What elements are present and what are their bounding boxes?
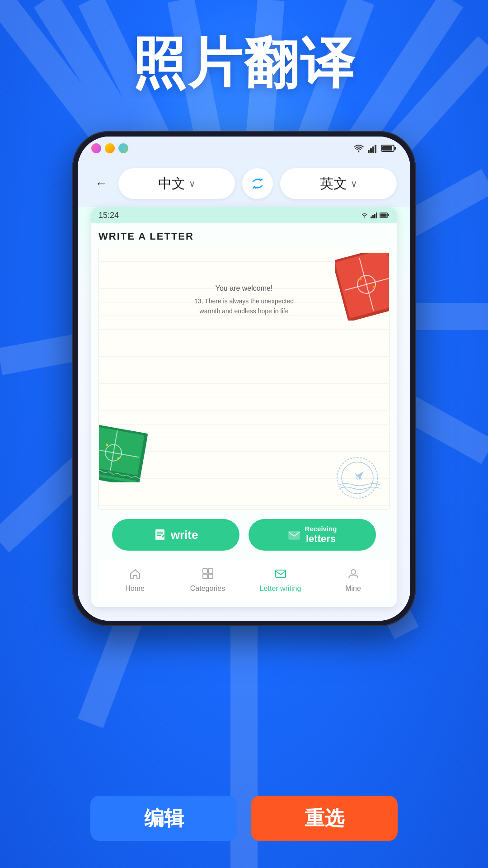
bottom-nav: Home (99, 560, 389, 600)
svg-point-44 (389, 298, 389, 302)
back-button[interactable]: ← (91, 174, 111, 193)
translation-bar: ← 中文 ∨ 英文 ∨ (78, 160, 410, 207)
inner-phone-screenshot: 15:24 (91, 207, 397, 607)
svg-rect-64 (276, 570, 286, 577)
target-lang-chevron: ∨ (351, 178, 357, 189)
target-lang-label: 英文 (320, 175, 347, 193)
svg-rect-59 (289, 531, 300, 539)
mail-icon (288, 528, 300, 541)
svg-rect-24 (372, 215, 374, 218)
inner-status-bar: 15:24 (91, 207, 397, 223)
svg-point-39 (389, 271, 389, 274)
svg-rect-25 (374, 214, 375, 218)
action-buttons-row: write Receiving letters (99, 510, 389, 560)
svg-rect-55 (155, 529, 164, 540)
svg-rect-18 (372, 146, 374, 153)
mine-icon (345, 566, 361, 582)
app-icon-1 (91, 143, 101, 153)
svg-rect-19 (375, 145, 376, 153)
svg-rect-23 (371, 217, 372, 218)
battery-icon (381, 144, 397, 152)
svg-point-42 (389, 287, 389, 291)
inner-battery-icon (380, 212, 389, 218)
source-lang-chevron: ∨ (189, 178, 196, 189)
letter-content-area: WRITE A LETTER (91, 223, 397, 607)
inner-wifi-icon (361, 212, 369, 218)
source-lang-label: 中文 (158, 175, 185, 193)
receiving-letters-button[interactable]: Receiving letters (249, 519, 376, 551)
svg-rect-26 (376, 212, 377, 218)
status-icons-right (352, 144, 397, 153)
svg-rect-63 (208, 574, 213, 579)
svg-point-38 (389, 265, 389, 269)
inner-signal-icon (371, 212, 378, 218)
svg-point-53 (337, 458, 378, 498)
svg-rect-16 (368, 150, 370, 153)
wifi-icon (352, 144, 365, 153)
deco-green-court (99, 424, 153, 482)
signal-icon (368, 144, 379, 153)
swap-language-button[interactable] (242, 168, 273, 199)
svg-point-40 (389, 276, 389, 280)
svg-rect-21 (394, 147, 396, 150)
categories-nav-label: Categories (190, 585, 225, 593)
stamp-decoration (335, 455, 380, 500)
nav-item-mine[interactable]: Mine (317, 566, 389, 593)
bottom-action-buttons: 编辑 重选 (72, 796, 416, 841)
status-icons-left (91, 143, 128, 153)
deco-red-court (335, 253, 389, 321)
page-title: 照片翻译 (0, 27, 488, 101)
letter-writing-icon (272, 566, 289, 582)
svg-point-43 (389, 292, 389, 296)
write-btn-label: write (171, 528, 198, 542)
nav-item-categories[interactable]: Categories (171, 566, 244, 593)
home-nav-label: Home (125, 585, 145, 593)
target-language-button[interactable]: 英文 ∨ (280, 168, 397, 199)
svg-rect-29 (380, 214, 387, 217)
write-icon (154, 528, 166, 541)
phone-mockup: ← 中文 ∨ 英文 ∨ (72, 131, 416, 626)
svg-rect-28 (388, 214, 389, 216)
nav-item-letter-writing[interactable]: Letter writing (244, 566, 317, 593)
svg-point-37 (389, 260, 389, 264)
letter-page-title: WRITE A LETTER (99, 231, 389, 242)
phone-screen: 15:24 (78, 207, 410, 621)
svg-point-41 (389, 282, 389, 285)
phone-inner-screen: ← 中文 ∨ 英文 ∨ (78, 137, 410, 621)
letter-paper: You are welcome! 13, There is always the… (99, 248, 389, 510)
source-language-button[interactable]: 中文 ∨ (118, 168, 235, 199)
home-icon (127, 566, 143, 582)
phone-outer-shell: ← 中文 ∨ 英文 ∨ (72, 131, 416, 626)
reselect-button[interactable]: 重选 (251, 796, 398, 841)
receiving-btn-label: Receiving letters (305, 525, 337, 545)
svg-rect-17 (370, 148, 372, 153)
inner-time: 15:24 (99, 211, 119, 220)
svg-rect-61 (208, 569, 213, 573)
swap-icon (251, 177, 264, 190)
app-icon-2 (105, 143, 115, 153)
phone-status-bar (78, 137, 410, 160)
svg-rect-62 (203, 574, 207, 579)
svg-rect-60 (203, 569, 207, 573)
write-button[interactable]: write (112, 519, 239, 551)
letter-writing-nav-label: Letter writing (260, 585, 301, 593)
svg-point-65 (351, 570, 356, 574)
nav-item-home[interactable]: Home (99, 566, 171, 593)
categories-icon (200, 566, 216, 582)
mine-nav-label: Mine (345, 585, 361, 593)
edit-button[interactable]: 编辑 (90, 796, 237, 841)
app-icon-3 (118, 143, 128, 153)
svg-rect-22 (382, 146, 392, 151)
